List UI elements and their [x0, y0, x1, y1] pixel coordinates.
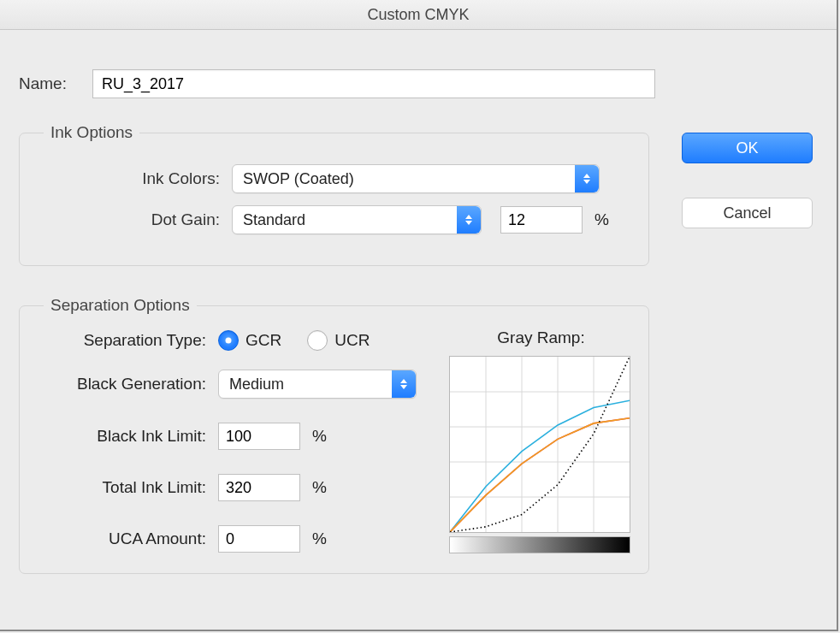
ink-options-legend: Ink Options	[44, 123, 139, 142]
separation-type-label: Separation Type:	[35, 331, 218, 350]
black-generation-label: Black Generation:	[35, 375, 218, 393]
percent-label: %	[312, 427, 327, 446]
radio-ucr-label: UCR	[334, 331, 370, 350]
uca-amount-label: UCA Amount:	[35, 529, 218, 548]
name-input[interactable]	[92, 69, 655, 98]
radio-ucr[interactable]: UCR	[307, 330, 370, 351]
dot-gain-mode: Standard	[243, 211, 305, 229]
separation-options-legend: Separation Options	[44, 296, 197, 315]
dot-gain-label: Dot Gain:	[35, 210, 232, 229]
percent-label: %	[312, 529, 327, 548]
total-ink-limit-label: Total Ink Limit:	[35, 478, 218, 497]
radio-dot-icon	[307, 330, 328, 351]
black-generation-select[interactable]: Medium	[218, 370, 417, 399]
chevron-updown-icon	[457, 206, 481, 234]
separation-options-group: Separation Options Separation Type: GCR …	[19, 305, 649, 574]
ink-colors-label: Ink Colors:	[35, 169, 232, 188]
radio-gcr[interactable]: GCR	[218, 330, 281, 351]
custom-cmyk-dialog: Custom CMYK Name: OK Cancel Ink Options …	[0, 0, 838, 631]
percent-label: %	[312, 478, 327, 497]
gray-ramp-gradient	[449, 536, 630, 553]
chevron-updown-icon	[392, 370, 416, 398]
ink-colors-select[interactable]: SWOP (Coated)	[232, 164, 600, 193]
uca-amount-input[interactable]	[218, 525, 300, 553]
cancel-button[interactable]: Cancel	[682, 198, 813, 228]
dot-gain-select[interactable]: Standard	[232, 205, 482, 234]
dialog-title: Custom CMYK	[0, 0, 837, 30]
black-ink-limit-label: Black Ink Limit:	[35, 427, 218, 446]
ink-options-group: Ink Options Ink Colors: SWOP (Coated) Do…	[19, 133, 649, 266]
black-ink-limit-input[interactable]	[218, 423, 300, 450]
gray-ramp-svg	[450, 357, 630, 532]
name-label: Name:	[19, 74, 87, 93]
black-generation-value: Medium	[229, 376, 284, 393]
percent-label: %	[595, 210, 609, 229]
gray-ramp-label: Gray Ramp:	[449, 328, 633, 347]
dot-gain-value-input[interactable]	[500, 206, 583, 234]
total-ink-limit-input[interactable]	[218, 474, 300, 501]
radio-dot-icon	[218, 330, 239, 351]
gray-ramp-chart	[449, 356, 630, 533]
ink-colors-value: SWOP (Coated)	[243, 170, 354, 188]
ok-button[interactable]: OK	[682, 133, 813, 163]
radio-gcr-label: GCR	[245, 331, 281, 350]
chevron-updown-icon	[575, 165, 599, 192]
